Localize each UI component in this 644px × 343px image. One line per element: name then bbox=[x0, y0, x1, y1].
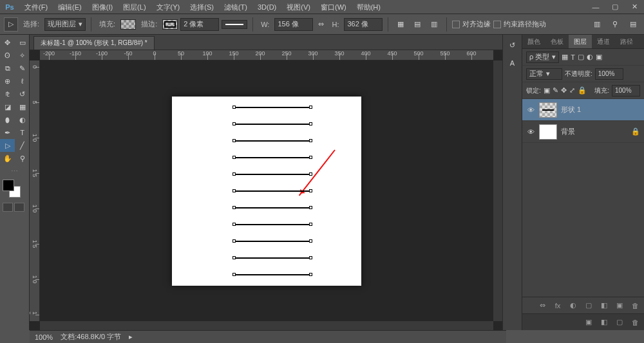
tab-paths[interactable]: 路径 bbox=[615, 35, 638, 48]
arrange-icon[interactable]: ▥ bbox=[427, 17, 441, 32]
shape-line[interactable] bbox=[234, 224, 310, 225]
constrain-path-checkbox[interactable]: 约束路径拖动 bbox=[493, 19, 546, 29]
crop-tool[interactable]: ⧉ bbox=[0, 62, 15, 75]
more-tools[interactable]: ⋯ bbox=[0, 167, 29, 176]
path-anchor[interactable] bbox=[309, 273, 312, 276]
shape-line[interactable] bbox=[234, 140, 310, 142]
strip-trash-icon[interactable]: 🗑 bbox=[630, 317, 640, 328]
align-edges-checkbox[interactable]: 对齐边缘 bbox=[452, 19, 491, 29]
menu-image[interactable]: 图像(I) bbox=[87, 0, 118, 14]
strip-icon[interactable]: ◧ bbox=[599, 317, 609, 328]
vertical-scrollbar[interactable] bbox=[493, 60, 502, 321]
menu-file[interactable]: 文件(F) bbox=[19, 0, 53, 14]
pen-tool[interactable]: ✒ bbox=[0, 126, 15, 139]
menu-edit[interactable]: 编辑(E) bbox=[53, 0, 87, 14]
fill-opacity-field[interactable]: 100% bbox=[612, 85, 640, 97]
strip-icon[interactable]: ▣ bbox=[583, 317, 594, 328]
rect-marquee-tool[interactable]: ▭ bbox=[15, 36, 30, 49]
path-anchor[interactable] bbox=[309, 172, 312, 176]
path-anchor[interactable] bbox=[232, 156, 236, 159]
lock-pixels-icon[interactable]: ✎ bbox=[553, 86, 558, 95]
layer-kind-dropdown[interactable]: ρ 类型▾ bbox=[526, 51, 559, 63]
history-panel-icon[interactable]: ↺ bbox=[506, 39, 519, 51]
dodge-tool[interactable]: ◐ bbox=[15, 113, 30, 126]
path-anchor[interactable] bbox=[232, 139, 236, 142]
eyedropper-tool[interactable]: ✎ bbox=[15, 62, 30, 75]
opacity-field[interactable]: 100% bbox=[595, 68, 623, 80]
window-minimize[interactable]: — bbox=[586, 0, 605, 14]
height-field[interactable]: 362 像 bbox=[344, 18, 383, 31]
blur-tool[interactable]: ⬮ bbox=[0, 113, 15, 126]
move-tool[interactable]: ✥ bbox=[0, 36, 15, 49]
filter-adjust-icon[interactable]: ◐ bbox=[587, 53, 593, 61]
color-wells[interactable] bbox=[3, 180, 21, 198]
shape-line[interactable] bbox=[234, 207, 310, 209]
gradient-tool[interactable]: ▦ bbox=[15, 100, 30, 113]
canvas-viewport[interactable] bbox=[40, 60, 493, 321]
vertical-ruler[interactable]: 051 01 51 01 51 01 5 bbox=[30, 60, 40, 321]
menu-view[interactable]: 视图(V) bbox=[281, 0, 316, 14]
path-anchor[interactable] bbox=[309, 189, 312, 192]
character-panel-icon[interactable]: A bbox=[506, 57, 519, 70]
layer-thumbnail[interactable] bbox=[539, 102, 557, 118]
layer-name[interactable]: 形状 1 bbox=[561, 105, 581, 115]
lock-transparent-icon[interactable]: ▣ bbox=[544, 86, 550, 95]
path-op-icon[interactable]: ▦ bbox=[393, 17, 408, 32]
menu-filter[interactable]: 滤镜(T) bbox=[219, 0, 252, 14]
search-icon[interactable]: ⚲ bbox=[608, 17, 622, 32]
current-tool-icon[interactable]: ▷ bbox=[4, 17, 18, 32]
zoom-tool[interactable]: ⚲ bbox=[15, 152, 30, 165]
mask-icon[interactable]: ◐ bbox=[568, 301, 578, 311]
shape-line[interactable] bbox=[234, 157, 310, 158]
workspace-switcher-icon[interactable]: ▥ bbox=[590, 17, 604, 32]
shape-line[interactable] bbox=[234, 274, 310, 275]
stroke-swatch[interactable] bbox=[162, 19, 178, 30]
doc-info[interactable]: 文档:468.8K/0 字节 bbox=[61, 332, 121, 342]
zoom-level[interactable]: 100% bbox=[35, 333, 53, 341]
layer-row[interactable]: 👁 形状 1 bbox=[522, 99, 644, 121]
hand-tool[interactable]: ✋ bbox=[0, 152, 15, 165]
menu-type[interactable]: 文字(Y) bbox=[151, 0, 185, 14]
tab-channels[interactable]: 通道 bbox=[592, 35, 615, 48]
lasso-tool[interactable]: ʘ bbox=[0, 49, 15, 62]
fx-icon[interactable]: fx bbox=[553, 301, 563, 311]
status-arrow-icon[interactable]: ▸ bbox=[129, 333, 133, 341]
window-maximize[interactable]: ▢ bbox=[605, 0, 625, 14]
shape-line[interactable] bbox=[234, 107, 310, 108]
filter-pixel-icon[interactable]: ▦ bbox=[562, 53, 568, 61]
link-layers-icon[interactable]: ⇔ bbox=[537, 301, 547, 311]
filter-smart-icon[interactable]: ▣ bbox=[596, 53, 602, 61]
path-anchor[interactable] bbox=[309, 156, 312, 159]
path-anchor[interactable] bbox=[309, 122, 312, 125]
quickmask-toggle[interactable] bbox=[3, 203, 13, 212]
spot-heal-tool[interactable]: ⊕ bbox=[0, 75, 15, 88]
stroke-width-field[interactable]: 2 像素 bbox=[180, 18, 219, 31]
delete-layer-icon[interactable]: 🗑 bbox=[630, 301, 640, 311]
lock-all-icon[interactable]: 🔒 bbox=[578, 86, 587, 95]
magic-wand-tool[interactable]: ✧ bbox=[15, 49, 30, 62]
filter-text-icon[interactable]: T bbox=[571, 53, 575, 61]
path-anchor[interactable] bbox=[232, 223, 236, 226]
tab-swatches[interactable]: 色板 bbox=[545, 35, 569, 48]
shape-line[interactable] bbox=[234, 124, 310, 125]
layer-row[interactable]: 👁 背景 🔒 bbox=[522, 121, 644, 143]
group-icon[interactable]: ◧ bbox=[599, 301, 609, 311]
layer-name[interactable]: 背景 bbox=[561, 127, 575, 136]
path-anchor[interactable] bbox=[309, 239, 312, 243]
new-layer-icon[interactable]: ▣ bbox=[614, 301, 625, 311]
path-anchor[interactable] bbox=[232, 206, 236, 209]
filter-shape-icon[interactable]: ▢ bbox=[578, 53, 584, 61]
horizontal-ruler[interactable]: -200-150-100-500501001502002503003504004… bbox=[40, 50, 493, 60]
layer-thumbnail[interactable] bbox=[539, 124, 557, 140]
shape-line[interactable] bbox=[234, 257, 310, 259]
lock-position-icon[interactable]: ✥ bbox=[561, 86, 567, 95]
blend-mode-dropdown[interactable]: 正常▾ bbox=[526, 68, 562, 80]
shape-line[interactable] bbox=[234, 174, 310, 175]
horizontal-scrollbar[interactable] bbox=[40, 321, 493, 330]
shape-line[interactable] bbox=[234, 190, 310, 192]
path-anchor[interactable] bbox=[309, 106, 312, 109]
type-tool[interactable]: T bbox=[15, 126, 30, 139]
eraser-tool[interactable]: ◪ bbox=[0, 100, 15, 113]
path-anchor[interactable] bbox=[232, 106, 236, 109]
path-anchor[interactable] bbox=[309, 139, 312, 142]
